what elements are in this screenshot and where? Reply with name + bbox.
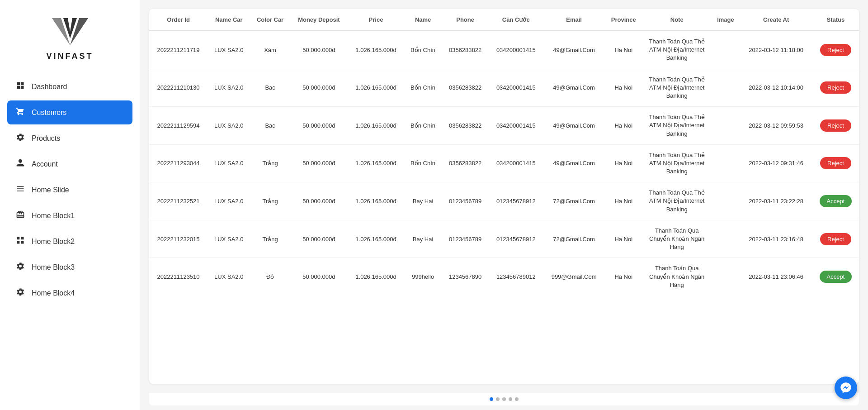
status-cell: Reject xyxy=(812,31,859,69)
logo-area: VINFAST xyxy=(0,0,140,70)
sidebar-item-home-block2[interactable]: Home Block2 xyxy=(7,229,132,253)
gear3-icon xyxy=(15,287,25,299)
name-cell: Bốn Chín xyxy=(404,144,442,182)
money-deposit-cell: 50.000.000đ xyxy=(290,69,348,107)
can-cuoc-cell: 012345678912 xyxy=(489,220,543,258)
money-deposit-cell: 50.000.000đ xyxy=(290,182,348,220)
sidebar-item-account[interactable]: Account xyxy=(7,152,132,176)
province-cell: Ha Noi xyxy=(605,144,642,182)
status-reject-button[interactable]: Reject xyxy=(820,119,851,132)
name-cell: Bay Hai xyxy=(404,220,442,258)
color-car-cell: Xám xyxy=(250,31,290,69)
price-cell: 1.026.165.000đ xyxy=(348,107,404,145)
name-cell: 999hello xyxy=(404,258,442,296)
cart-icon xyxy=(15,107,25,118)
status-accept-button[interactable]: Accept xyxy=(820,271,852,283)
name-car-cell: LUX SA2.0 xyxy=(208,258,250,296)
color-car-cell: Trắng xyxy=(250,144,290,182)
sidebar-item-dashboard[interactable]: Dashboard xyxy=(7,75,132,99)
sidebar-item-label-home-block1: Home Block1 xyxy=(32,212,75,220)
phone-cell: 0123456789 xyxy=(442,182,489,220)
table-body: 2022211211719LUX SA2.0Xám50.000.000đ1.02… xyxy=(149,31,859,296)
phone-cell: 0356283822 xyxy=(442,107,489,145)
province-cell: Ha Noi xyxy=(605,31,642,69)
create-at-cell: 2022-03-12 09:59:53 xyxy=(740,107,812,145)
sidebar-item-home-slide[interactable]: Home Slide xyxy=(7,178,132,202)
status-reject-button[interactable]: Reject xyxy=(820,157,851,169)
table-row: 2022211293044LUX SA2.0Trắng50.000.000đ1.… xyxy=(149,144,859,182)
gift-icon xyxy=(15,210,25,221)
name-car-cell: LUX SA2.0 xyxy=(208,220,250,258)
price-cell: 1.026.165.000đ xyxy=(348,31,404,69)
can-cuoc-cell: 034200001415 xyxy=(489,144,543,182)
pagination-dot-2[interactable] xyxy=(502,397,506,401)
order-id-cell: 2022211232521 xyxy=(149,182,208,220)
status-accept-button[interactable]: Accept xyxy=(820,195,852,207)
name-cell: Bốn Chín xyxy=(404,107,442,145)
color-car-cell: Trắng xyxy=(250,182,290,220)
order-id-cell: 2022211211719 xyxy=(149,31,208,69)
image-cell xyxy=(712,144,740,182)
pagination-dot-4[interactable] xyxy=(515,397,519,401)
order-id-cell: 2022211210130 xyxy=(149,69,208,107)
logo-text: VINFAST xyxy=(46,52,93,61)
phone-cell: 1234567890 xyxy=(442,258,489,296)
gear-icon xyxy=(15,133,25,144)
status-cell: Accept xyxy=(812,182,859,220)
name-cell: Bay Hai xyxy=(404,182,442,220)
table-header-color-car: Color Car xyxy=(250,9,290,31)
order-id-cell: 2022211293044 xyxy=(149,144,208,182)
pagination-dot-0[interactable] xyxy=(490,397,493,401)
sidebar-item-home-block4[interactable]: Home Block4 xyxy=(7,281,132,305)
table-header-status: Status xyxy=(812,9,859,31)
phone-cell: 0356283822 xyxy=(442,31,489,69)
money-deposit-cell: 50.000.000đ xyxy=(290,107,348,145)
money-deposit-cell: 50.000.000đ xyxy=(290,31,348,69)
email-cell: 49@Gmail.Com xyxy=(543,107,605,145)
province-cell: Ha Noi xyxy=(605,182,642,220)
table-row: 2022211210130LUX SA2.0Bac50.000.000đ1.02… xyxy=(149,69,859,107)
note-cell: Thanh Toán Qua Thẻ ATM Nội Địa/Internet … xyxy=(642,107,712,145)
sidebar-item-home-block3[interactable]: Home Block3 xyxy=(7,255,132,279)
image-cell xyxy=(712,182,740,220)
sidebar-item-customers[interactable]: Customers xyxy=(7,100,132,124)
pagination xyxy=(149,393,859,405)
status-cell: Reject xyxy=(812,220,859,258)
note-cell: Thanh Toán Qua Chuyển Khoản Ngân Hàng xyxy=(642,258,712,296)
name-car-cell: LUX SA2.0 xyxy=(208,144,250,182)
person-icon xyxy=(15,158,25,170)
sidebar-item-home-block1[interactable]: Home Block1 xyxy=(7,204,132,228)
email-cell: 999@Gmail.Com xyxy=(543,258,605,296)
email-cell: 49@Gmail.Com xyxy=(543,31,605,69)
sidebar-item-products[interactable]: Products xyxy=(7,126,132,150)
sidebar: VINFAST DashboardCustomersProductsAccoun… xyxy=(0,0,140,410)
table-header-create-at: Create At xyxy=(740,9,812,31)
table-header-name: Name xyxy=(404,9,442,31)
price-cell: 1.026.165.000đ xyxy=(348,144,404,182)
sidebar-item-label-home-slide: Home Slide xyxy=(32,186,69,194)
create-at-cell: 2022-03-11 23:16:48 xyxy=(740,220,812,258)
email-cell: 49@Gmail.Com xyxy=(543,144,605,182)
chat-bubble[interactable] xyxy=(835,377,857,399)
status-reject-button[interactable]: Reject xyxy=(820,233,851,245)
order-id-cell: 2022211123510 xyxy=(149,258,208,296)
table-header-note: Note xyxy=(642,9,712,31)
status-cell: Reject xyxy=(812,69,859,107)
name-car-cell: LUX SA2.0 xyxy=(208,107,250,145)
table-header-căn-cước: Căn Cước xyxy=(489,9,543,31)
price-cell: 1.026.165.000đ xyxy=(348,69,404,107)
status-reject-button[interactable]: Reject xyxy=(820,44,851,56)
province-cell: Ha Noi xyxy=(605,258,642,296)
table-header-phone: Phone xyxy=(442,9,489,31)
table-header-image: Image xyxy=(712,9,740,31)
table-header-email: Email xyxy=(543,9,605,31)
pagination-dot-1[interactable] xyxy=(496,397,500,401)
note-cell: Thanh Toán Qua Thẻ ATM Nội Địa/Internet … xyxy=(642,69,712,107)
name-cell: Bốn Chín xyxy=(404,69,442,107)
can-cuoc-cell: 034200001415 xyxy=(489,31,543,69)
sidebar-item-label-account: Account xyxy=(32,160,58,168)
color-car-cell: Bac xyxy=(250,69,290,107)
status-reject-button[interactable]: Reject xyxy=(820,81,851,94)
table-row: 2022211211719LUX SA2.0Xám50.000.000đ1.02… xyxy=(149,31,859,69)
pagination-dot-3[interactable] xyxy=(509,397,512,401)
